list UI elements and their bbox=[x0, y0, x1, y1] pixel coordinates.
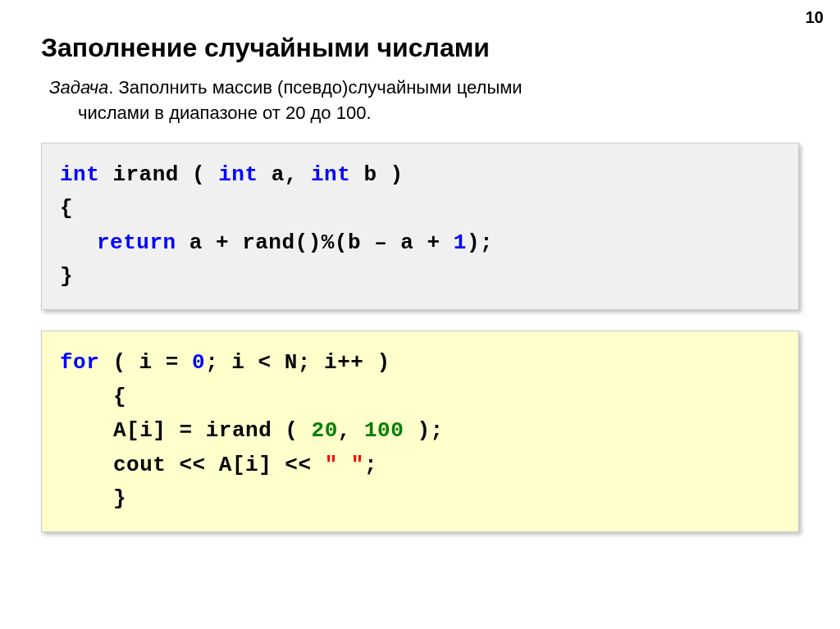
task-text-2: числами в диапазоне от 20 до 100. bbox=[78, 101, 799, 126]
code-text: a + rand()%(b – a + bbox=[176, 230, 454, 255]
code-text: b ) bbox=[350, 162, 403, 187]
code-text: cout << A[i] << bbox=[113, 453, 325, 477]
code-text: , bbox=[338, 418, 364, 443]
code-text: a, bbox=[258, 162, 311, 187]
code-brace-open: { bbox=[60, 192, 780, 226]
keyword-return: return bbox=[97, 230, 176, 255]
page-title: Заполнение случайными числами bbox=[41, 33, 799, 63]
keyword-for: for bbox=[60, 350, 99, 375]
code-brace-close: } bbox=[60, 260, 780, 294]
code-text: ); bbox=[467, 230, 493, 255]
task-text-1: . Заполнить массив (псевдо)случайными це… bbox=[108, 77, 522, 98]
code-text: ); bbox=[404, 418, 443, 443]
code-brace-close: } bbox=[113, 482, 780, 517]
code-text: ; bbox=[364, 453, 377, 477]
keyword-int: int bbox=[60, 162, 99, 187]
code-string: " " bbox=[325, 453, 364, 477]
code-block-loop: for ( i = 0; i < N; i++ ) { A[i] = irand… bbox=[41, 330, 799, 532]
page-number: 10 bbox=[806, 8, 824, 27]
keyword-int: int bbox=[311, 162, 350, 187]
code-text: irand ( bbox=[99, 162, 218, 187]
code-number: 20 bbox=[312, 418, 338, 443]
code-number: 100 bbox=[364, 418, 404, 443]
task-description: Задача. Заполнить массив (псевдо)случайн… bbox=[41, 75, 799, 126]
keyword-int: int bbox=[218, 162, 258, 187]
code-block-function: int irand ( int a, int b ) { return a + … bbox=[41, 143, 799, 310]
code-brace-open: { bbox=[113, 381, 780, 415]
task-label: Задача bbox=[49, 77, 108, 98]
code-text: A[i] = irand ( bbox=[113, 418, 312, 443]
code-text: ( i = bbox=[99, 350, 192, 375]
slide-content: Заполнение случайными числами Задача. За… bbox=[0, 0, 840, 532]
code-text: ; i < N; i++ ) bbox=[205, 350, 390, 375]
code-number: 0 bbox=[192, 350, 205, 375]
code-number: 1 bbox=[454, 230, 467, 255]
